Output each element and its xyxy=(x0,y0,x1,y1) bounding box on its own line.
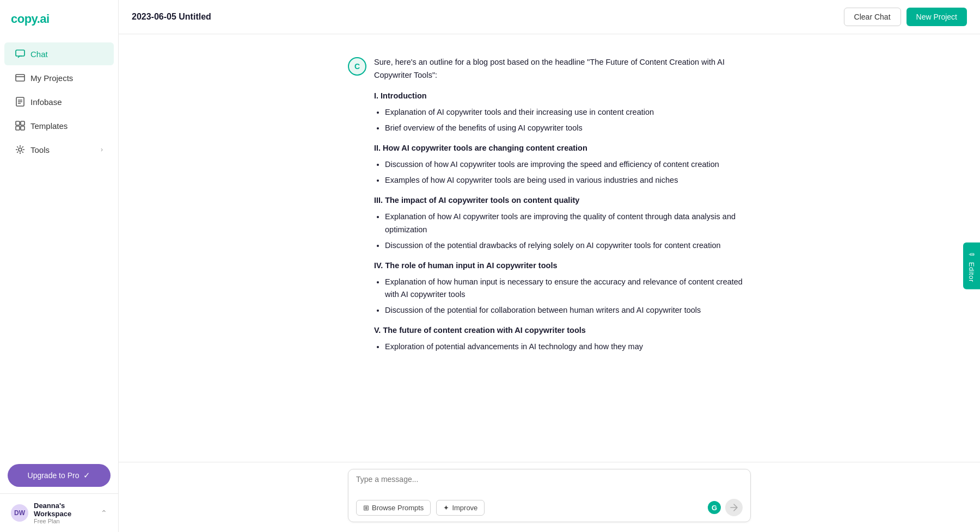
ai-message-row: C Sure, here's an outline for a blog pos… xyxy=(304,51,794,362)
workspace-chevron-icon: ⌃ xyxy=(101,509,107,517)
projects-icon xyxy=(15,73,25,83)
editor-tab[interactable]: ✏ Editor xyxy=(963,243,980,289)
list-item: Examples of how AI copywriter tools are … xyxy=(385,174,751,187)
workspace-info: Deanna's Workspace Free Plan xyxy=(34,502,95,524)
section-4: IV. The role of human input in AI copywr… xyxy=(374,259,751,317)
section-1-list: Explanation of AI copywriter tools and t… xyxy=(374,106,751,134)
section-3-heading: III. The impact of AI copywriter tools o… xyxy=(374,194,751,207)
main-content: 2023-06-05 Untitled Clear Chat New Proje… xyxy=(119,0,980,532)
sidebar: copy.ai Chat My Projects xyxy=(0,0,119,532)
templates-icon xyxy=(15,121,25,131)
svg-rect-0 xyxy=(16,50,24,56)
tools-icon xyxy=(15,145,25,154)
section-3-list: Explanation of how AI copywriter tools a… xyxy=(374,211,751,252)
sidebar-item-label-projects: My Projects xyxy=(30,73,73,83)
svg-rect-5 xyxy=(16,126,20,130)
sparkle-icon: ✦ xyxy=(443,504,449,512)
sidebar-item-chat[interactable]: Chat xyxy=(4,42,114,65)
section-1: I. Introduction Explanation of AI copywr… xyxy=(374,90,751,134)
section-5-list: Exploration of potential advancements in… xyxy=(374,341,751,353)
browse-prompts-label: Browse Prompts xyxy=(372,504,424,512)
input-right-actions: G xyxy=(708,499,743,516)
section-2: II. How AI copywriter tools are changing… xyxy=(374,142,751,187)
section-3: III. The impact of AI copywriter tools o… xyxy=(374,194,751,251)
tools-arrow-icon: › xyxy=(101,146,103,153)
sidebar-item-label-infobase: Infobase xyxy=(30,97,62,107)
grammarly-icon: G xyxy=(708,501,721,514)
list-item: Discussion of how AI copywriter tools ar… xyxy=(385,158,751,171)
grid-icon: ⊞ xyxy=(363,504,369,512)
sidebar-item-my-projects[interactable]: My Projects xyxy=(4,66,114,89)
avatar: DW xyxy=(11,504,28,522)
list-item: Brief overview of the benefits of using … xyxy=(385,122,751,134)
section-2-heading: II. How AI copywriter tools are changing… xyxy=(374,142,751,155)
check-icon: ✓ xyxy=(83,471,90,480)
infobase-icon xyxy=(15,97,25,107)
send-icon xyxy=(730,504,738,511)
section-4-heading: IV. The role of human input in AI copywr… xyxy=(374,259,751,273)
pencil-icon: ✏ xyxy=(967,250,976,259)
svg-rect-6 xyxy=(21,126,24,130)
list-item: Explanation of AI copywriter tools and t… xyxy=(385,106,751,119)
section-4-list: Explanation of how human input is necess… xyxy=(374,276,751,317)
workspace-area[interactable]: DW Deanna's Workspace Free Plan ⌃ xyxy=(0,493,118,532)
improve-label: Improve xyxy=(452,504,477,512)
svg-rect-4 xyxy=(21,121,24,125)
sidebar-item-label-chat: Chat xyxy=(30,50,48,59)
project-title: 2023-06-05 Untitled xyxy=(132,12,844,22)
sidebar-item-tools[interactable]: Tools › xyxy=(4,138,114,161)
upgrade-to-pro-button[interactable]: Upgrade to Pro ✓ xyxy=(8,464,111,487)
chat-input[interactable] xyxy=(356,475,743,494)
section-1-heading: I. Introduction xyxy=(374,90,751,103)
workspace-plan: Free Plan xyxy=(34,518,95,524)
list-item: Discussion of the potential drawbacks of… xyxy=(385,239,751,252)
section-5-heading: V. The future of content creation with A… xyxy=(374,324,751,337)
topbar: 2023-06-05 Untitled Clear Chat New Proje… xyxy=(119,0,980,34)
logo-area: copy.ai xyxy=(0,0,118,41)
section-5: V. The future of content creation with A… xyxy=(374,324,751,353)
ai-message-content: Sure, here's an outline for a blog post … xyxy=(374,56,751,357)
send-button[interactable] xyxy=(725,499,743,516)
message-intro: Sure, here's an outline for a blog post … xyxy=(374,56,751,82)
sidebar-item-label-templates: Templates xyxy=(30,121,68,131)
svg-rect-1 xyxy=(16,75,24,81)
list-item: Discussion of the potential for collabor… xyxy=(385,304,751,317)
input-actions: ⊞ Browse Prompts ✦ Improve G xyxy=(356,499,743,516)
list-item: Exploration of potential advancements in… xyxy=(385,341,751,353)
list-item: Explanation of how AI copywriter tools a… xyxy=(385,211,751,236)
chat-area: C Sure, here's an outline for a blog pos… xyxy=(119,34,980,462)
browse-prompts-button[interactable]: ⊞ Browse Prompts xyxy=(356,500,431,516)
topbar-buttons: Clear Chat New Project xyxy=(844,8,967,26)
sidebar-item-templates[interactable]: Templates xyxy=(4,114,114,137)
chat-input-container: ⊞ Browse Prompts ✦ Improve G xyxy=(348,469,751,522)
new-project-button[interactable]: New Project xyxy=(906,8,967,26)
editor-tab-label: Editor xyxy=(967,262,976,282)
logo: copy.ai xyxy=(11,12,50,26)
upgrade-button-label: Upgrade to Pro xyxy=(28,471,79,480)
svg-rect-3 xyxy=(16,121,20,125)
workspace-name: Deanna's Workspace xyxy=(34,502,95,518)
sidebar-item-label-tools: Tools xyxy=(30,145,50,154)
improve-button[interactable]: ✦ Improve xyxy=(436,500,485,516)
list-item: Explanation of how human input is necess… xyxy=(385,276,751,301)
svg-point-7 xyxy=(19,148,22,151)
section-2-list: Discussion of how AI copywriter tools ar… xyxy=(374,158,751,187)
chat-icon xyxy=(15,49,25,59)
ai-avatar: C xyxy=(348,57,366,76)
sidebar-nav: Chat My Projects Infobase xyxy=(0,41,118,162)
clear-chat-button[interactable]: Clear Chat xyxy=(844,8,901,26)
sidebar-item-infobase[interactable]: Infobase xyxy=(4,90,114,113)
